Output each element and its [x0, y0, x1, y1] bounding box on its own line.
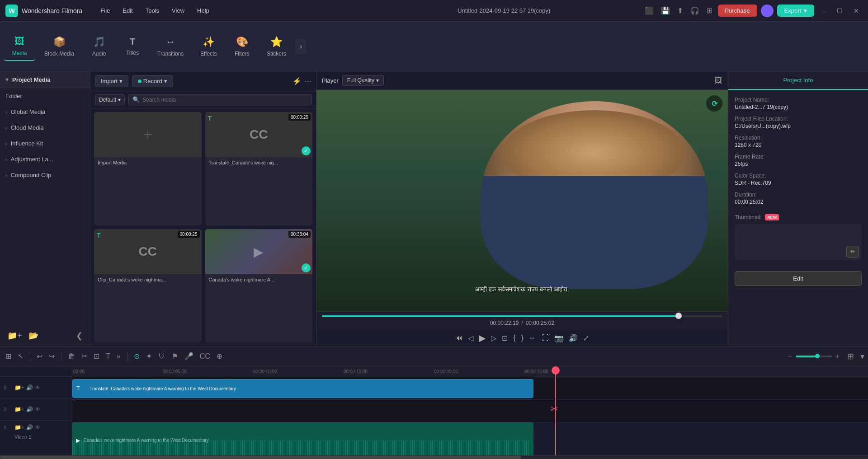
group-select-button[interactable]: ⊞	[4, 350, 13, 362]
toolbar-titles[interactable]: T Titles	[117, 33, 148, 60]
thumbnail-edit-button[interactable]: ✏	[846, 246, 859, 258]
screen-record-icon[interactable]: ⬛	[643, 5, 656, 17]
upload-icon[interactable]: ⬆	[675, 5, 685, 17]
scrollbar-thumb[interactable]	[0, 456, 521, 459]
mark-in-button[interactable]: {	[513, 334, 515, 342]
quality-select[interactable]: Full Quality ▾	[342, 75, 384, 86]
collapse-panel-button[interactable]: ❮	[74, 329, 85, 342]
more-options-icon[interactable]: ⋯	[304, 77, 311, 85]
track-add-button-1[interactable]: 📁+	[14, 424, 24, 431]
more-controls-button[interactable]: ⤢	[583, 334, 589, 342]
edit-button[interactable]: Edit	[735, 271, 862, 286]
delete-button[interactable]: 🗑	[66, 351, 77, 362]
tab-project-info[interactable]: Project Info	[728, 71, 868, 90]
grid-apps-icon[interactable]: ⊞	[705, 5, 714, 17]
zoom-in-button[interactable]: ＋	[834, 351, 841, 361]
sort-select[interactable]: Default ▾	[95, 94, 125, 105]
toolbar-stickers[interactable]: ⭐ Stickers	[259, 33, 293, 61]
toolbar-effects[interactable]: ✨ Effects	[193, 33, 224, 61]
search-input[interactable]	[142, 97, 307, 103]
scissors-icon: ✂	[551, 403, 558, 414]
undo-button[interactable]: ↩	[35, 350, 44, 362]
track-volume-button-1[interactable]: 🔊	[26, 424, 33, 431]
step-back-button[interactable]: ◁	[468, 334, 473, 342]
mic-button[interactable]: 🎤	[183, 350, 195, 362]
list-item[interactable]: 00:00:25 T CC ✓ Translate_Canada's woke …	[205, 112, 313, 225]
toolbar-stock-media[interactable]: 📦 Stock Media	[37, 33, 81, 61]
grid-options-button[interactable]: ▾	[860, 351, 864, 361]
toolbar-transitions[interactable]: ↔ Transitions	[150, 33, 191, 61]
save-project-icon[interactable]: 💾	[659, 5, 672, 17]
export-button[interactable]: Export ▾	[777, 5, 815, 17]
rewind-button[interactable]: ⏮	[455, 334, 462, 342]
text-button[interactable]: T	[104, 351, 112, 362]
more-tools-button[interactable]: »	[115, 351, 123, 362]
step-forward-button[interactable]: ▷	[491, 334, 496, 342]
user-avatar[interactable]	[761, 5, 774, 17]
fullscreen-button[interactable]: ⛶	[542, 334, 549, 342]
gallery-view-button[interactable]: 🖼	[714, 76, 722, 85]
maximize-button[interactable]: ☐	[833, 5, 846, 16]
toolbar-audio[interactable]: 🎵 Audio	[83, 33, 115, 61]
track-volume-button-3[interactable]: 🔊	[26, 384, 33, 391]
zoom-bar[interactable]	[796, 356, 832, 357]
close-button[interactable]: ✕	[850, 5, 863, 16]
new-folder-button[interactable]: 📂	[27, 329, 40, 342]
video-clip[interactable]: ▶ Canada's woke nightmare A warning to t…	[72, 422, 533, 455]
track-visibility-button-1[interactable]: 👁	[35, 424, 40, 431]
toolbar-media[interactable]: 🖼 Media	[4, 32, 35, 61]
filter-icon[interactable]: ⚡	[292, 77, 302, 85]
collapse-arrow-icon[interactable]: ▾	[5, 76, 9, 83]
volume-button[interactable]: 🔊	[569, 334, 578, 342]
zoom-out-button[interactable]: －	[787, 351, 794, 361]
list-item[interactable]: + Import Media	[94, 112, 202, 225]
menu-tools[interactable]: Tools	[140, 5, 165, 16]
ripple-edit-button[interactable]: ↔	[529, 334, 536, 342]
motion-blend-button[interactable]: ✦	[144, 350, 154, 362]
merge-button[interactable]: ⊕	[215, 350, 224, 362]
track-visibility-button-3[interactable]: 👁	[35, 384, 40, 391]
sidebar-item-folder[interactable]: Folder	[0, 88, 90, 104]
menu-help[interactable]: Help	[192, 5, 215, 16]
captions-button[interactable]: CC	[198, 351, 212, 362]
zoom-handle[interactable]	[815, 354, 820, 358]
record-button[interactable]: Record ▾	[132, 75, 173, 87]
fit-button[interactable]: ⊡	[502, 334, 508, 342]
track-add-button-3[interactable]: 📁+	[14, 384, 24, 391]
minimize-button[interactable]: ─	[818, 5, 830, 16]
track-volume-button-2[interactable]: 🔊	[26, 406, 33, 412]
play-pause-button[interactable]: ▶	[479, 333, 486, 343]
track-add-button-2[interactable]: 📁+	[14, 406, 24, 412]
menu-view[interactable]: View	[166, 5, 190, 16]
sidebar-item-global-media[interactable]: › Global Media	[0, 104, 90, 120]
cut-button[interactable]: ✂	[80, 350, 89, 362]
headphones-icon[interactable]: 🎧	[689, 5, 701, 17]
toolbar-more-button[interactable]: ›	[295, 39, 307, 54]
menu-file[interactable]: File	[95, 5, 115, 16]
track-clip-caption[interactable]: T Translate_Canada's woke nightmare A wa…	[72, 379, 533, 398]
grid-layout-button[interactable]: ⊞	[847, 351, 854, 361]
crop-button[interactable]: ⊡	[92, 350, 101, 362]
sidebar-item-influence-kit[interactable]: › Influence Kit	[0, 136, 90, 151]
purchase-button[interactable]: Purchase	[718, 5, 757, 17]
add-folder-button[interactable]: 📁+	[5, 329, 24, 342]
green-screen-button[interactable]: ⊙	[132, 350, 142, 362]
toolbar-filters[interactable]: 🎨 Filters	[226, 33, 258, 61]
list-item[interactable]: 00:00:25 T CC Clip_Canada's woke nightma…	[94, 229, 202, 342]
mask-button[interactable]: ⛉	[156, 351, 167, 362]
progress-handle[interactable]	[675, 313, 682, 319]
sidebar-item-adjustment[interactable]: › Adjustment La...	[0, 151, 90, 167]
mark-out-button[interactable]: }	[521, 334, 524, 342]
menu-edit[interactable]: Edit	[117, 5, 138, 16]
pointer-button[interactable]: ↖	[16, 350, 25, 362]
sidebar-item-cloud-media[interactable]: › Cloud Media	[0, 120, 90, 136]
sidebar-item-compound-clip[interactable]: › Compound Clip	[0, 167, 90, 183]
import-button[interactable]: Import ▾	[95, 75, 128, 87]
progress-bar[interactable]	[322, 315, 722, 317]
marker-button[interactable]: ⚑	[170, 350, 180, 362]
timeline-scrollbar[interactable]	[0, 455, 868, 459]
list-item[interactable]: 00:38:04 ▶ ✓ Canada's woke nightmare A .…	[205, 229, 313, 342]
redo-button[interactable]: ↪	[47, 350, 57, 362]
snapshot-button[interactable]: 📷	[554, 334, 563, 342]
track-visibility-button-2[interactable]: 👁	[35, 406, 40, 412]
